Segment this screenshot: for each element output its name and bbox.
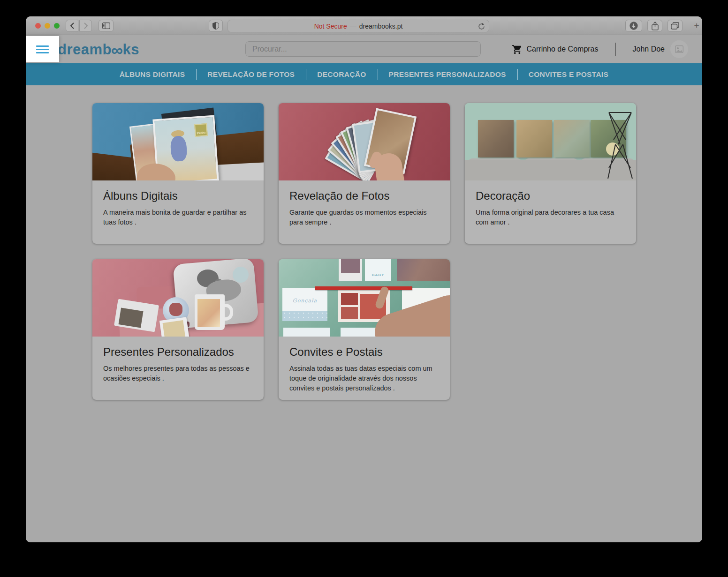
main-navigation: ÁLBUNS DIGITAIS REVELAÇÃO DE FOTOS DECOR…	[26, 63, 702, 85]
sidebar-toggle-button[interactable]	[99, 20, 114, 32]
card-image-photo-albums: Pedro	[92, 103, 264, 180]
card-title: Álbuns Digitais	[103, 189, 253, 202]
menu-spotlight	[26, 36, 59, 62]
logo-prefix: dreamb	[58, 41, 112, 58]
forward-button[interactable]	[79, 20, 92, 32]
browser-window: Not Secure — dreambooks.pt + dreamb∞ks	[26, 16, 702, 542]
category-card-convites-e-postais[interactable]: BABY Gonçala FELIZ C	[279, 259, 450, 400]
privacy-report-button[interactable]	[209, 20, 223, 32]
category-grid: Pedro Álbuns Digitais A maneira mais bon…	[92, 103, 636, 400]
tab-overview-button[interactable]	[667, 20, 682, 32]
nav-item-presentes-personalizados[interactable]: PRESENTES PERSONALIZADOS	[378, 67, 517, 82]
card-image-photo-prints	[279, 103, 450, 180]
infinity-icon: ∞	[111, 41, 123, 59]
card-title: Convites e Postais	[289, 345, 439, 359]
chevron-right-icon	[83, 22, 88, 29]
avatar[interactable]	[670, 40, 688, 58]
category-card-albuns-digitais[interactable]: Pedro Álbuns Digitais A maneira mais bon…	[92, 103, 264, 244]
zoom-window-button[interactable]	[54, 23, 60, 29]
user-menu[interactable]: John Doe	[633, 40, 689, 58]
category-card-decoracao[interactable]: Decoração Uma forma original para decora…	[465, 103, 636, 244]
card-image-wall-canvases	[465, 103, 636, 180]
shield-icon	[212, 22, 219, 30]
share-button[interactable]	[647, 20, 662, 32]
site-logo[interactable]: dreamb∞ks	[58, 41, 139, 60]
tabs-overview-icon	[671, 22, 679, 30]
header-divider	[615, 43, 616, 56]
search-input[interactable]	[245, 41, 481, 57]
card-title: Presentes Personalizados	[103, 345, 253, 359]
nav-item-albuns-digitais[interactable]: ÁLBUNS DIGITAIS	[108, 67, 196, 82]
address-bar[interactable]: Not Secure — dreambooks.pt	[228, 20, 489, 32]
category-card-revelacao-de-fotos[interactable]: Revelação de Fotos Garante que guardas o…	[279, 103, 450, 244]
card-title: Revelação de Fotos	[289, 189, 439, 202]
baby-card-label: BABY	[365, 259, 391, 281]
downloads-button[interactable]	[625, 20, 642, 32]
new-tab-button[interactable]: +	[691, 20, 702, 32]
security-status: Not Secure	[314, 22, 347, 30]
sidebar-icon	[102, 22, 110, 29]
url-separator: —	[350, 22, 356, 30]
card-description: Os melhores presentes para todas as pess…	[103, 364, 253, 383]
chevron-left-icon	[70, 22, 75, 29]
card-image-personalized-gifts	[92, 259, 264, 337]
back-button[interactable]	[66, 20, 78, 32]
red-ribbon	[315, 286, 412, 290]
page-content: Pedro Álbuns Digitais A maneira mais bon…	[26, 85, 702, 542]
card-description: Garante que guardas os momentos especiai…	[289, 208, 439, 227]
card-description: A maneira mais bonita de guardar e parti…	[103, 208, 253, 227]
nav-item-convites-e-postais[interactable]: CONVITES E POSTAIS	[517, 67, 620, 82]
photo-placeholder-icon	[675, 45, 683, 53]
logo-suffix: ks	[122, 41, 139, 58]
floor-lamp-icon	[604, 112, 636, 180]
card-description: Uma forma original para decorares a tua …	[476, 208, 625, 227]
reload-icon	[478, 23, 485, 30]
category-card-presentes-personalizados[interactable]: Presentes Personalizados Os melhores pre…	[92, 259, 264, 400]
card-image-invitations: BABY Gonçala FELIZ	[279, 259, 450, 337]
cart-label: Carrinho de Compras	[527, 45, 599, 53]
search-container	[245, 41, 481, 57]
card-title: Decoração	[476, 189, 625, 202]
card-description: Assinala todas as tuas datas especiais c…	[289, 364, 439, 393]
browser-toolbar: Not Secure — dreambooks.pt +	[26, 16, 702, 35]
download-icon	[629, 21, 638, 30]
shopping-cart-icon	[512, 44, 523, 55]
reload-button[interactable]	[478, 23, 485, 31]
hamburger-icon	[36, 45, 49, 47]
url-domain: dreambooks.pt	[359, 22, 403, 30]
minimize-window-button[interactable]	[45, 23, 50, 29]
nav-item-decoracao[interactable]: DECORAÇÃO	[306, 67, 377, 82]
cart-button[interactable]: Carrinho de Compras	[512, 44, 599, 55]
nav-item-revelacao-de-fotos[interactable]: REVELAÇÃO DE FOTOS	[196, 67, 306, 82]
close-window-button[interactable]	[35, 23, 41, 29]
site-header: dreamb∞ks Carrinho de Compras John Doe	[26, 35, 702, 63]
album-cover-badge: Pedro	[194, 123, 208, 137]
share-icon	[652, 22, 659, 30]
user-name: John Doe	[633, 45, 665, 53]
hamburger-menu-button[interactable]	[36, 45, 49, 53]
header-actions: Carrinho de Compras John Doe	[512, 35, 688, 63]
window-controls	[35, 23, 60, 29]
